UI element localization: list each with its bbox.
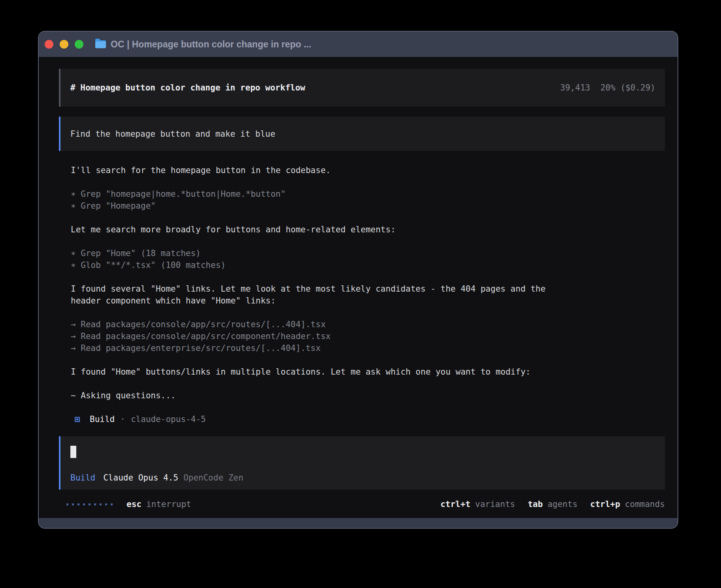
session-header: # Homepage button color change in repo w… (59, 69, 665, 107)
desktop: OC | Homepage button color change in rep… (0, 0, 721, 588)
terminal-content: # Homepage button color change in repo w… (39, 57, 678, 518)
message-line: Let me search more broadly for buttons a… (71, 224, 665, 236)
token-count: 39,413 (560, 83, 590, 92)
hint-label: commands (625, 499, 665, 509)
close-button[interactable] (45, 40, 53, 49)
message-line: ∗ Grep "Home" (18 matches) (71, 247, 665, 259)
hint-commands: ctrl+pcommands (590, 499, 665, 509)
hint-label: agents (547, 499, 578, 509)
window-footer-bar (39, 518, 678, 528)
message-line: → Read packages/console/app/src/componen… (71, 330, 665, 342)
hint-key: esc (126, 499, 142, 509)
activity-dot (105, 503, 107, 505)
message-line: ∗ Grep "Homepage" (71, 200, 665, 212)
titlebar[interactable]: OC | Homepage button color change in rep… (39, 32, 678, 57)
assistant-text-block: I'll search for the homepage button in t… (71, 164, 665, 176)
activity-dot (111, 503, 113, 505)
hint-key: tab (528, 499, 543, 509)
session-title: # Homepage button color change in repo w… (70, 83, 305, 92)
activity-dot (89, 503, 91, 505)
window-title: OC | Homepage button color change in rep… (111, 39, 311, 50)
message-line: ~ Asking questions... (71, 390, 665, 401)
assistant-text-block: ~ Asking questions... (71, 390, 665, 401)
hint-label: interrupt (146, 499, 191, 509)
terminal-window: OC | Homepage button color change in rep… (38, 31, 678, 529)
activity-dot (66, 503, 68, 505)
tool-call-block: → Read packages/console/app/src/routes/[… (71, 318, 665, 354)
message-line: ∗ Glob "**/*.tsx" (100 matches) (71, 259, 665, 271)
hint-variants: ctrl+tvariants (440, 499, 515, 509)
input-meta: Build Claude Opus 4.5 OpenCode Zen (70, 473, 655, 482)
agent-status-line: Build · claude-opus-4-5 (71, 413, 665, 425)
input-agent-label[interactable]: Build (70, 473, 95, 482)
shortcut-hints: ctrl+tvariantstabagentsctrl+pcommands (440, 499, 665, 509)
user-message: Find the homepage button and make it blu… (59, 117, 665, 151)
activity-dots (66, 503, 113, 505)
activity-dot (94, 503, 96, 505)
agent-square-icon (75, 417, 80, 422)
hint-agents: tabagents (528, 499, 578, 509)
message-line: → Read packages/console/app/src/routes/[… (71, 318, 665, 330)
message-line: I found "Home" buttons/links in multiple… (71, 366, 665, 378)
agent-separator: · (120, 415, 125, 424)
user-message-text: Find the homepage button and make it blu… (70, 129, 275, 139)
folder-icon (95, 40, 106, 48)
agent-model: claude-opus-4-5 (131, 415, 206, 424)
zoom-button[interactable] (75, 40, 83, 49)
status-bar: esc interrupt ctrl+tvariantstabagentsctr… (59, 499, 665, 509)
prompt-input[interactable]: Build Claude Opus 4.5 OpenCode Zen (59, 436, 665, 490)
assistant-text-block: I found "Home" buttons/links in multiple… (71, 366, 665, 378)
tool-call-block: ∗ Grep "Home" (18 matches)∗ Glob "**/*.t… (71, 247, 665, 271)
context-cost: 20% ($0.29) (600, 83, 655, 92)
message-line: I found several "Home" links. Let me loo… (71, 283, 665, 295)
session-stats: 39,413 20% ($0.29) (560, 83, 655, 92)
message-line: ∗ Grep "homepage|home.*button|Home.*butt… (71, 188, 665, 200)
message-line: → Read packages/enterprise/src/routes/[.… (71, 342, 665, 354)
assistant-text-block: Let me search more broadly for buttons a… (71, 224, 665, 236)
assistant-text-block: I found several "Home" links. Let me loo… (71, 283, 665, 307)
traffic-lights (45, 40, 83, 49)
hint-label: variants (475, 499, 515, 509)
message-line: header component which have "Home" links… (71, 295, 665, 307)
message-line: I'll search for the homepage button in t… (71, 164, 665, 176)
hint-key: ctrl+p (590, 499, 620, 509)
text-cursor (70, 446, 76, 458)
input-provider-label: OpenCode Zen (183, 473, 243, 482)
activity-dot (100, 503, 102, 505)
minimize-button[interactable] (60, 40, 68, 49)
activity-dot (77, 503, 79, 505)
input-model-label: Claude Opus 4.5 (103, 473, 178, 482)
hint-interrupt: esc interrupt (126, 499, 191, 509)
activity-dot (72, 503, 74, 505)
agent-name: Build (90, 415, 115, 424)
tool-call-block: ∗ Grep "homepage|home.*button|Home.*butt… (71, 188, 665, 212)
activity-dot (83, 503, 85, 505)
hint-key: ctrl+t (440, 499, 470, 509)
conversation: I'll search for the homepage button in t… (71, 164, 665, 413)
